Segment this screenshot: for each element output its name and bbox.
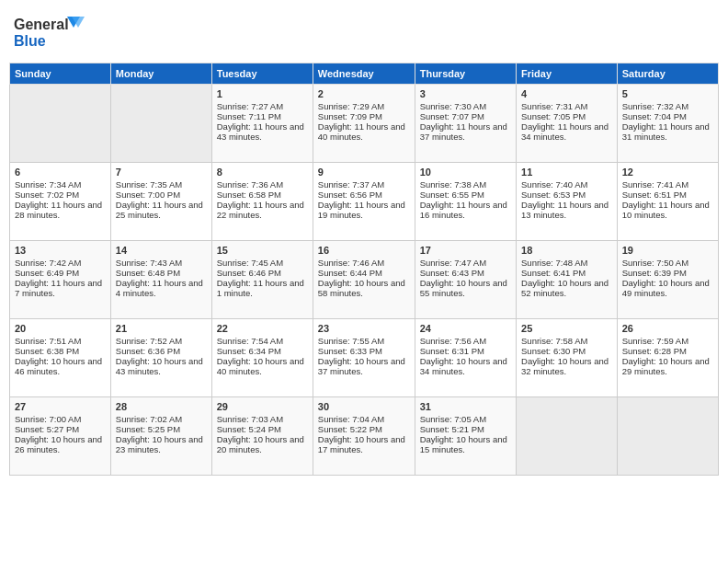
calendar-cell: 19Sunrise: 7:50 AMSunset: 6:39 PMDayligh… [617,241,718,319]
sunrise: Sunrise: 7:54 AM [217,336,283,346]
day-number: 18 [521,245,612,256]
calendar-cell: 31Sunrise: 7:05 AMSunset: 5:21 PMDayligh… [415,397,516,476]
daylight: Daylight: 10 hours and 15 minutes. [420,434,507,454]
sunset: Sunset: 6:28 PM [622,346,687,356]
calendar-cell: 29Sunrise: 7:03 AMSunset: 5:24 PMDayligh… [211,397,313,476]
sunrise: Sunrise: 7:05 AM [420,414,486,424]
daylight: Daylight: 11 hours and 19 minutes. [318,200,405,220]
sunrise: Sunrise: 7:59 AM [622,336,688,346]
sunrise: Sunrise: 7:03 AM [217,414,283,424]
day-number: 21 [116,323,207,334]
daylight: Daylight: 11 hours and 10 minutes. [622,200,710,220]
sunrise: Sunrise: 7:37 AM [318,179,384,190]
sunrise: Sunrise: 7:50 AM [622,258,688,268]
sunset: Sunset: 6:53 PM [521,190,586,200]
day-header-friday: Friday [517,63,618,85]
sunrise: Sunrise: 7:58 AM [521,336,587,346]
daylight: Daylight: 11 hours and 28 minutes. [15,200,102,220]
sunset: Sunset: 5:21 PM [420,424,484,434]
sunset: Sunset: 6:39 PM [622,268,687,278]
daylight: Daylight: 11 hours and 13 minutes. [521,200,609,220]
day-number: 16 [318,245,410,256]
calendar-cell: 11Sunrise: 7:40 AMSunset: 6:53 PMDayligh… [517,163,618,241]
calendar-cell: 10Sunrise: 7:38 AMSunset: 6:55 PMDayligh… [415,163,516,241]
day-number: 17 [420,245,511,256]
sunrise: Sunrise: 7:47 AM [420,258,486,268]
day-number: 3 [420,88,511,99]
day-number: 26 [622,323,713,334]
sunset: Sunset: 6:55 PM [420,190,484,200]
day-number: 9 [318,167,410,178]
sunrise: Sunrise: 7:40 AM [521,179,587,190]
daylight: Daylight: 11 hours and 40 minutes. [318,121,405,142]
day-header-tuesday: Tuesday [211,63,313,85]
sunset: Sunset: 6:30 PM [521,346,586,356]
calendar-cell [110,85,211,163]
sunset: Sunset: 7:04 PM [622,111,687,121]
sunset: Sunset: 6:49 PM [15,268,79,278]
svg-text:General: General [14,17,69,32]
calendar-cell: 27Sunrise: 7:00 AMSunset: 5:27 PMDayligh… [10,397,111,476]
page-header: General Blue [9,9,719,55]
sunset: Sunset: 7:07 PM [420,111,484,121]
sunrise: Sunrise: 7:27 AM [217,101,283,111]
daylight: Daylight: 10 hours and 32 minutes. [521,356,609,376]
calendar-cell: 3Sunrise: 7:30 AMSunset: 7:07 PMDaylight… [415,85,516,163]
sunrise: Sunrise: 7:52 AM [116,336,182,346]
sunset: Sunset: 6:36 PM [116,346,180,356]
sunrise: Sunrise: 7:41 AM [622,179,688,190]
sunrise: Sunrise: 7:34 AM [15,179,81,190]
logo-svg: General Blue [14,9,87,55]
daylight: Daylight: 11 hours and 16 minutes. [420,200,507,220]
sunset: Sunset: 6:31 PM [420,346,484,356]
sunset: Sunset: 6:38 PM [15,346,79,356]
daylight: Daylight: 11 hours and 34 minutes. [521,121,609,142]
day-number: 29 [217,401,308,412]
daylight: Daylight: 10 hours and 52 minutes. [521,278,609,298]
sunrise: Sunrise: 7:51 AM [15,336,81,346]
sunset: Sunset: 6:44 PM [318,268,382,278]
day-number: 14 [116,245,207,256]
calendar-cell: 2Sunrise: 7:29 AMSunset: 7:09 PMDaylight… [313,85,415,163]
daylight: Daylight: 11 hours and 22 minutes. [217,200,304,220]
daylight: Daylight: 10 hours and 37 minutes. [318,356,405,376]
calendar-cell: 18Sunrise: 7:48 AMSunset: 6:41 PMDayligh… [517,241,618,319]
daylight: Daylight: 10 hours and 40 minutes. [217,356,304,376]
sunrise: Sunrise: 7:55 AM [318,336,384,346]
sunset: Sunset: 6:46 PM [217,268,281,278]
daylight: Daylight: 10 hours and 23 minutes. [116,434,203,454]
sunset: Sunset: 6:51 PM [622,190,687,200]
sunrise: Sunrise: 7:30 AM [420,101,486,111]
sunrise: Sunrise: 7:29 AM [318,101,384,111]
sunrise: Sunrise: 7:48 AM [521,258,587,268]
calendar-cell: 9Sunrise: 7:37 AMSunset: 6:56 PMDaylight… [313,163,415,241]
sunset: Sunset: 6:34 PM [217,346,281,356]
calendar-cell: 23Sunrise: 7:55 AMSunset: 6:33 PMDayligh… [313,319,415,397]
day-number: 5 [622,88,713,99]
daylight: Daylight: 10 hours and 17 minutes. [318,434,405,454]
daylight: Daylight: 10 hours and 43 minutes. [116,356,203,376]
sunrise: Sunrise: 7:04 AM [318,414,384,424]
day-number: 4 [521,88,612,99]
calendar-week-4: 20Sunrise: 7:51 AMSunset: 6:38 PMDayligh… [10,319,719,397]
daylight: Daylight: 10 hours and 46 minutes. [15,356,102,376]
calendar-week-5: 27Sunrise: 7:00 AMSunset: 5:27 PMDayligh… [10,397,719,476]
sunrise: Sunrise: 7:31 AM [521,101,587,111]
calendar-cell [617,397,718,476]
sunrise: Sunrise: 7:32 AM [622,101,688,111]
daylight: Daylight: 10 hours and 20 minutes. [217,434,304,454]
day-header-wednesday: Wednesday [313,63,415,85]
calendar-cell: 12Sunrise: 7:41 AMSunset: 6:51 PMDayligh… [617,163,718,241]
day-number: 23 [318,323,410,334]
calendar-cell: 21Sunrise: 7:52 AMSunset: 6:36 PMDayligh… [110,319,211,397]
day-header-saturday: Saturday [617,63,718,85]
day-number: 8 [217,167,308,178]
calendar-cell [517,397,618,476]
calendar-cell: 25Sunrise: 7:58 AMSunset: 6:30 PMDayligh… [517,319,618,397]
calendar-cell: 14Sunrise: 7:43 AMSunset: 6:48 PMDayligh… [110,241,211,319]
sunset: Sunset: 5:22 PM [318,424,382,434]
calendar-cell: 15Sunrise: 7:45 AMSunset: 6:46 PMDayligh… [211,241,313,319]
calendar-cell: 7Sunrise: 7:35 AMSunset: 7:00 PMDaylight… [110,163,211,241]
sunrise: Sunrise: 7:00 AM [15,414,81,424]
calendar-week-1: 1Sunrise: 7:27 AMSunset: 7:11 PMDaylight… [10,85,719,163]
